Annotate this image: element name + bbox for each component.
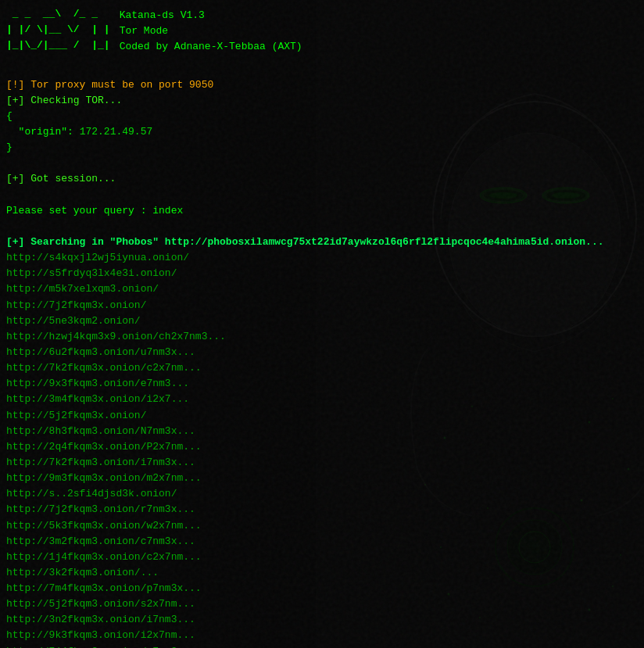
url-line: http://5k3fkqm3x.onion/w2x7nm...	[6, 518, 638, 534]
origin-key: "origin":	[19, 126, 80, 138]
url-line: http://s5frdyq3lx4e3i.onion/	[6, 266, 638, 281]
ascii-logo: _ _ __\ /_ _ | |/ \|__ \/ | | |_|\_/|___…	[6, 6, 110, 53]
url-line: http://s4kqxjl2wj5iynua.onion/	[6, 250, 638, 266]
url-line: http://7k2fkqm3.onion/i7nm3x...	[6, 455, 638, 471]
query-prompt: Please set your query : index	[6, 203, 638, 219]
searching-message: [+] Searching in "Phobos" http://phobosx…	[6, 234, 638, 250]
url-line: http://7j4fkqm3x.onion/w7nm3...	[6, 644, 638, 648]
url-line: http://3n2fkqm3x.onion/i7nm3...	[6, 612, 638, 628]
url-list: http://s4kqxjl2wj5iynua.onion/ http://s5…	[6, 250, 638, 648]
url-line: http://9x3fkqm3.onion/e7nm3...	[6, 376, 638, 392]
terminal-window: _ _ __\ /_ _ | |/ \|__ \/ | | |_|\_/|___…	[0, 0, 644, 648]
url-line: http://m5k7xelxqm3.onion/	[6, 281, 638, 297]
json-open: {	[6, 109, 638, 124]
origin-line: "origin": 172.21.49.57	[6, 124, 638, 140]
url-line: http://9k3fkqm3.onion/i2x7nm...	[6, 628, 638, 643]
logo-section: _ _ __\ /_ _ | |/ \|__ \/ | | |_|\_/|___…	[6, 6, 638, 55]
url-line: http://7m4fkqm3x.onion/p7nm3x...	[6, 581, 638, 596]
url-line: http://5j2fkqm3x.onion/	[6, 408, 638, 424]
url-line: http://1j4fkqm3x.onion/c2x7nm...	[6, 550, 638, 565]
terminal-content: _ _ __\ /_ _ | |/ \|__ \/ | | |_|\_/|___…	[6, 6, 638, 648]
url-line: http://5ne3kqm2.onion/	[6, 313, 638, 329]
url-line: http://9m3fkqm3x.onion/m2x7nm...	[6, 471, 638, 486]
app-mode: Tor Mode	[120, 23, 302, 39]
tor-warning: [!] Tor proxy must be on port 9050	[6, 77, 638, 93]
empty-line	[6, 61, 638, 77]
url-line: http://3k2fkqm3.onion/...	[6, 565, 638, 581]
url-line: http://7j2fkqm3x.onion/	[6, 298, 638, 313]
url-line: http://8h3fkqm3.onion/N7nm3x...	[6, 424, 638, 439]
app-name: Katana-ds V1.3	[120, 8, 302, 23]
json-close: }	[6, 140, 638, 156]
url-line: http://6u2fkqm3.onion/u7nm3x...	[6, 345, 638, 360]
empty-line-4	[6, 219, 638, 234]
empty-line-2	[6, 156, 638, 171]
url-line: http://hzwj4kqm3x9.onion/ch2x7nm3...	[6, 329, 638, 345]
empty-line-3	[6, 188, 638, 203]
url-line: http://s..2sfi4djsd3k.onion/	[6, 486, 638, 502]
got-session: [+] Got session...	[6, 171, 638, 187]
url-line: http://7k2fkqm3x.onion/c2x7nm...	[6, 360, 638, 376]
url-line: http://2q4fkqm3x.onion/P2x7nm...	[6, 439, 638, 455]
url-line: http://3m4fkqm3x.onion/i2x7...	[6, 392, 638, 407]
url-line: http://3m2fkqm3.onion/c7nm3x...	[6, 534, 638, 550]
origin-value: 172.21.49.57	[80, 126, 153, 138]
app-author: Coded by Adnane-X-Tebbaa (AXT)	[120, 39, 302, 55]
url-line: http://7j2fkqm3.onion/r7nm3x...	[6, 502, 638, 517]
checking-tor: [+] Checking TOR...	[6, 93, 638, 109]
url-line: http://5j2fkqm3.onion/s2x7nm...	[6, 596, 638, 612]
